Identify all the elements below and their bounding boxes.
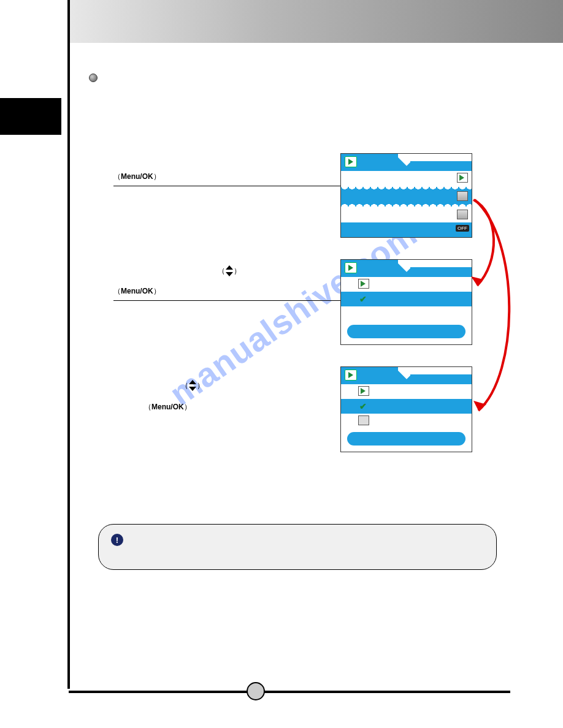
section-bullet-icon — [89, 74, 98, 82]
up-down-arrow-icon — [188, 380, 197, 391]
menu-ok-label: Menu/OK — [151, 403, 184, 411]
highlight-pill — [347, 432, 465, 446]
screen-1: OFF — [340, 153, 472, 238]
screens-column: OFF ✔ ✔ — [340, 153, 472, 474]
menu-ok-label: Menu/OK — [121, 172, 153, 181]
margin-rule — [67, 0, 70, 689]
svg-marker-5 — [473, 401, 486, 411]
step-3: （ ） （Menu/OK） — [113, 377, 353, 412]
check-icon: ✔ — [359, 294, 367, 304]
lock-icon — [358, 415, 369, 425]
page-number-circle — [247, 682, 265, 700]
note-box: ! — [98, 524, 497, 570]
screen-2: ✔ — [340, 259, 472, 345]
slideshow-icon — [358, 386, 369, 396]
play-tab-icon — [345, 262, 357, 273]
menu-ok-label: Menu/OK — [121, 287, 153, 295]
slideshow-icon — [358, 279, 369, 289]
svg-marker-1 — [226, 272, 233, 276]
chapter-tab — [0, 98, 61, 135]
screen-3: ✔ — [340, 366, 472, 452]
footer-rule — [69, 691, 510, 693]
manual-page: manualshive.com （Menu/OK） （ ） （Menu/OK） … — [0, 0, 563, 728]
highlight-pill — [347, 325, 465, 338]
up-down-arrow-icon — [225, 265, 234, 276]
steps-column: （Menu/OK） （ ） （Menu/OK） （ ） — [113, 172, 353, 489]
step-2: （ ） （Menu/OK） — [113, 263, 353, 301]
play-tab-icon — [345, 156, 357, 167]
header-gradient — [67, 0, 563, 43]
arrow-1-to-3-icon — [471, 196, 519, 419]
step-1: （Menu/OK） — [113, 172, 353, 186]
svg-marker-0 — [226, 265, 233, 270]
info-icon: ! — [111, 534, 123, 546]
play-tab-icon — [345, 370, 357, 381]
svg-marker-3 — [189, 387, 196, 391]
check-icon: ✔ — [359, 401, 367, 411]
slideshow-icon — [457, 173, 468, 183]
svg-marker-2 — [189, 380, 196, 384]
